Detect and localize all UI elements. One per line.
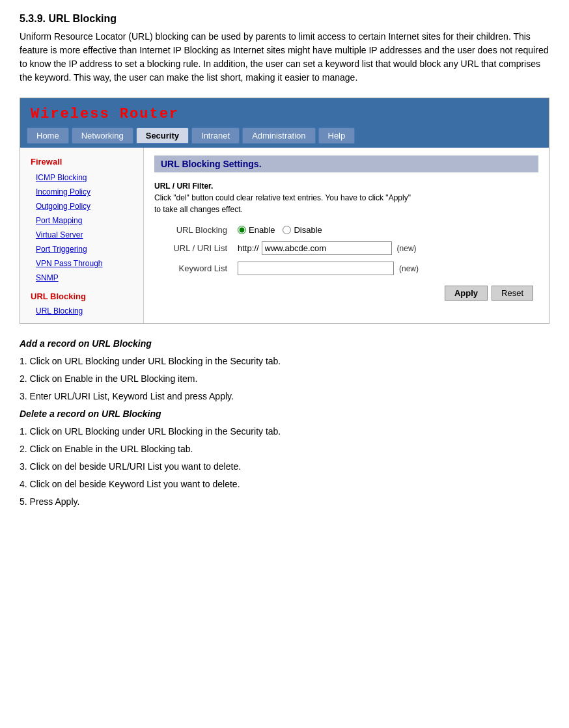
delete-heading: Delete a record on URL Blocking	[20, 407, 549, 421]
settings-table: URL Blocking Enable Disable	[154, 222, 538, 308]
router-ui-box: Wireless Router Home Networking Security…	[20, 98, 549, 324]
add-step-1: 1. Click on URL Blocking under URL Block…	[20, 355, 549, 368]
reset-button[interactable]: Reset	[492, 286, 533, 301]
add-step-3: 3. Enter URL/URI List, Keyword List and …	[20, 390, 549, 403]
sidebar-link-vpn[interactable]: VPN Pass Through	[20, 256, 143, 271]
router-title: Wireless Router	[31, 106, 538, 122]
nav-intranet[interactable]: Intranet	[191, 128, 240, 144]
url-uri-cell: http:// (new)	[232, 238, 538, 258]
url-input[interactable]	[262, 241, 392, 255]
url-uri-row: URL / URI List http:// (new)	[154, 238, 538, 258]
url-new-label: (new)	[397, 244, 417, 253]
add-step-2: 2. Click on Enable in the URL Blocking i…	[20, 372, 549, 386]
page-section-heading: 5.3.9. URL Blocking	[20, 13, 549, 25]
keyword-input[interactable]	[238, 262, 394, 275]
sidebar-link-virtualserver[interactable]: Virtual Server	[20, 228, 143, 242]
enable-text: Enable	[249, 225, 275, 235]
delete-step-2: 2. Click on Enable in the URL Blocking t…	[20, 442, 549, 456]
nav-security[interactable]: Security	[136, 128, 189, 144]
url-blocking-field-label: URL Blocking	[154, 222, 232, 238]
nav-bar: Home Networking Security Intranet Admini…	[20, 128, 549, 148]
delete-step-5: 5. Press Apply.	[20, 495, 549, 509]
url-uri-label: URL / URI List	[154, 238, 232, 258]
main-panel: URL Blocking Settings. URL / URI Filter.…	[144, 148, 549, 323]
delete-step-1: 1. Click on URL Blocking under URL Block…	[20, 425, 549, 438]
add-heading: Add a record on URL Blocking	[20, 337, 549, 351]
sidebar-link-icmp[interactable]: ICMP Blocking	[20, 170, 143, 185]
button-row: Apply Reset	[154, 278, 538, 308]
keyword-label: Keyword List	[154, 258, 232, 278]
nav-administration[interactable]: Administration	[242, 128, 315, 144]
filter-note2: to take all changes effect.	[154, 205, 243, 214]
url-blocking-row: URL Blocking Enable Disable	[154, 222, 538, 238]
sidebar-url-blocking-title: URL Blocking	[20, 285, 143, 304]
nav-help[interactable]: Help	[318, 128, 355, 144]
sidebar-firewall-title: Firewall	[20, 153, 143, 170]
delete-step-3: 3. Click on del beside URL/URI List you …	[20, 460, 549, 474]
filter-note1: Click "del" button could clear relative …	[154, 193, 411, 202]
filter-info: URL / URI Filter. Click "del" button cou…	[154, 180, 538, 215]
sidebar-link-porttriggering[interactable]: Port Triggering	[20, 242, 143, 256]
keyword-new-label: (new)	[399, 264, 419, 273]
enable-radio-label[interactable]: Enable	[238, 225, 275, 235]
filter-label: URL / URI Filter.	[154, 182, 213, 191]
nav-home[interactable]: Home	[27, 128, 69, 144]
url-prefix: http://	[238, 243, 259, 253]
keyword-row: Keyword List (new)	[154, 258, 538, 278]
disable-text: Disable	[294, 225, 322, 235]
nav-networking[interactable]: Networking	[72, 128, 133, 144]
section-title: URL Blocking Settings.	[154, 155, 538, 172]
sidebar-link-portmapping[interactable]: Port Mapping	[20, 213, 143, 228]
enable-radio[interactable]	[238, 226, 246, 234]
sidebar-link-incoming[interactable]: Incoming Policy	[20, 185, 143, 199]
disable-radio-label[interactable]: Disable	[283, 225, 322, 235]
instructions-block: Add a record on URL Blocking 1. Click on…	[20, 337, 549, 509]
keyword-cell: (new)	[232, 258, 538, 278]
sidebar: Firewall ICMP Blocking Incoming Policy O…	[20, 148, 144, 323]
sidebar-link-snmp[interactable]: SNMP	[20, 271, 143, 285]
router-header: Wireless Router	[20, 98, 549, 128]
content-area: Firewall ICMP Blocking Incoming Policy O…	[20, 148, 549, 323]
url-blocking-controls: Enable Disable	[232, 222, 538, 238]
disable-radio[interactable]	[283, 226, 291, 234]
intro-text: Uniform Resource Locator (URL) blocking …	[20, 30, 549, 85]
delete-step-4: 4. Click on del beside Keyword List you …	[20, 478, 549, 491]
button-cell: Apply Reset	[232, 278, 538, 308]
sidebar-link-url-blocking[interactable]: URL Blocking	[20, 304, 143, 318]
apply-button[interactable]: Apply	[445, 286, 488, 301]
sidebar-link-outgoing[interactable]: Outgoing Policy	[20, 199, 143, 213]
